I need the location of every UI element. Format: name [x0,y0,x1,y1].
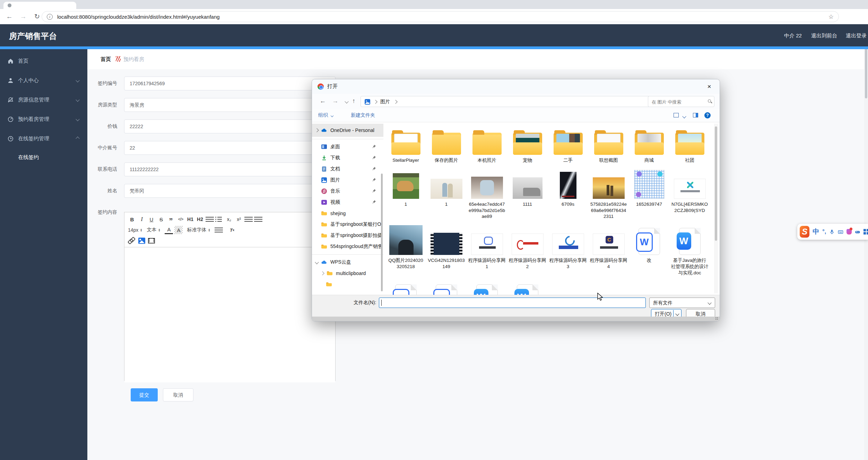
editor-toolbar-button[interactable]: H2 [196,215,204,223]
url-text[interactable]: localhost:8080/springclouddze3k/admin/di… [57,14,220,20]
browser-forward-button[interactable]: → [18,11,28,22]
field-input[interactable]: 梵蒂冈 [124,184,336,198]
expand-chevron-icon[interactable] [315,128,319,132]
file-item[interactable]: 程序猿源码分享网4 [588,225,629,281]
field-input[interactable]: 22222 [124,120,336,133]
file-item[interactable]: 1 [385,169,426,225]
filename-input[interactable] [379,298,646,308]
nav-back-button[interactable]: ← [320,97,326,105]
url-bar[interactable]: i localhost:8080/springclouddze3k/admin/… [42,11,839,22]
page-scrollbar[interactable] [864,24,868,460]
highlight-color-button[interactable]: A [174,226,183,234]
clear-format-button[interactable]: Tx [228,226,236,234]
header-logout-link[interactable]: 退出登录 [846,33,867,39]
site-info-icon[interactable]: i [47,14,53,20]
editor-toolbar-button[interactable]: x₂ [225,215,233,223]
editor-toolbar-button[interactable] [206,217,214,222]
resize-grip[interactable] [715,317,718,320]
preview-pane-icon[interactable] [693,113,698,117]
sogou-logo-icon[interactable]: S [800,226,809,238]
nav-recent-chevron-icon[interactable] [345,99,348,103]
file-item[interactable]: 宠物 [507,125,548,169]
file-item[interactable]: VCG42N1291803149 [426,225,467,281]
font-size-select[interactable]: 14px▴▾ [128,227,142,233]
dialog-close-button[interactable]: × [704,82,714,91]
expand-chevron-icon[interactable] [320,271,324,275]
tree-item-desktop[interactable]: 桌面 [312,141,383,152]
text-color-button[interactable]: A [165,226,173,234]
editor-toolbar-button[interactable]: S [157,215,165,223]
search-box[interactable]: 在 图片 中搜索 [648,96,714,107]
insert-link-button[interactable] [128,237,136,245]
sidebar-subitem-online-signing[interactable]: 在线签约 [0,148,87,166]
file-item[interactable]: 保存的图片 [426,125,467,169]
file-item[interactable] [426,282,467,295]
ime-punctuation-toggle[interactable]: °, [822,229,826,235]
tree-item-videos[interactable]: 视频 [312,197,383,208]
editor-toolbar-button[interactable]: B [128,215,136,223]
cancel-button[interactable]: 取消 [163,388,193,401]
game-controller-icon[interactable] [855,229,860,235]
tree-item-multiclipboard[interactable]: multiclipboard [312,268,383,279]
bookmark-star-icon[interactable]: ☆ [828,13,834,20]
tree-item-partial[interactable] [312,279,383,290]
microphone-icon[interactable] [829,229,835,235]
field-input[interactable]: 22 [124,141,336,155]
browser-tab[interactable] [3,2,76,9]
ime-menu-grid-icon[interactable] [863,229,868,235]
editor-toolbar-button[interactable]: </> [176,215,185,223]
file-item[interactable] [467,282,507,295]
field-input[interactable]: 海景房 [124,98,336,112]
sidebar-item-house-info[interactable]: 房源信息管理 [0,90,87,109]
file-item[interactable]: 1 [426,169,467,225]
path-location[interactable]: 图片 [380,99,390,105]
tree-item-folder[interactable]: 基于springboot某银行O [312,219,383,230]
editor-toolbar-button[interactable]: ” [167,215,175,223]
file-item[interactable]: 1111 [507,169,548,225]
file-item[interactable]: 商城 [629,125,669,169]
view-mode-icon[interactable] [674,113,679,117]
field-input[interactable]: 11122222222 [124,162,336,176]
resize-strip[interactable] [312,317,720,321]
file-item[interactable]: 社团 [669,125,710,169]
grid-scrollbar-thumb[interactable] [715,126,717,241]
tree-item-wps-cloud[interactable]: WPS云盘 [312,257,383,268]
file-item[interactable]: 二手 [548,125,588,169]
align-button[interactable] [215,228,223,232]
open-dropdown-icon[interactable] [675,312,679,316]
view-mode-chevron-icon[interactable] [682,114,686,118]
tree-item-music[interactable]: 音乐 [312,186,383,197]
file-item[interactable]: 5758281e59224e69a6e996f764342311 [588,169,629,225]
file-item[interactable]: 程序猿源码分享网2 [507,225,548,281]
header-user[interactable]: 中介 22 [784,33,802,39]
editor-toolbar-button[interactable]: U [147,215,156,223]
header-exit-front-link[interactable]: 退出到前台 [811,33,837,39]
file-item[interactable]: 联想截图 [588,125,629,169]
nav-forward-button[interactable]: → [332,97,338,105]
tree-item-folder[interactable]: 554springcloud房产销售 [312,241,383,252]
sidebar-item-profile[interactable]: 个人中心 [0,71,87,90]
field-input[interactable]: 1720617942569 [124,77,336,90]
help-icon[interactable]: ? [704,112,711,118]
ime-mode-toggle[interactable]: 中 [813,227,819,236]
file-item[interactable]: 程序猿源码分享网1 [467,225,507,281]
sidebar-item-viewing-mgmt[interactable]: 预约看房管理 [0,109,87,129]
editor-toolbar-button[interactable] [215,217,224,222]
breadcrumb-home[interactable]: 首页 [101,56,111,63]
tree-scrollbar-thumb[interactable] [381,174,383,291]
skin-icon[interactable] [847,229,852,235]
file-item[interactable]: 6709s [548,169,588,225]
file-item[interactable] [385,282,426,295]
file-item[interactable]: 本机照片 [467,125,507,169]
file-item[interactable]: 65e4eac7eddc47e999a7bd2d1e5bae89 [467,169,507,225]
grid-scrollbar[interactable] [714,124,718,293]
sidebar-item-signing-mgmt[interactable]: 在线签约管理 [0,129,87,148]
insert-video-button[interactable] [147,237,156,245]
font-family-select[interactable]: 标准字体▴▾ [187,227,210,233]
editor-toolbar-button[interactable]: H1 [186,215,194,223]
submit-button[interactable]: 提交 [131,388,158,401]
tree-scrollbar[interactable] [381,122,383,295]
editor-toolbar-button[interactable]: I [138,215,146,223]
file-item[interactable]: N7GL[4ERSMKO2CZJB09(SYD [669,169,710,225]
breadcrumb-chevron-icon[interactable] [393,100,397,104]
